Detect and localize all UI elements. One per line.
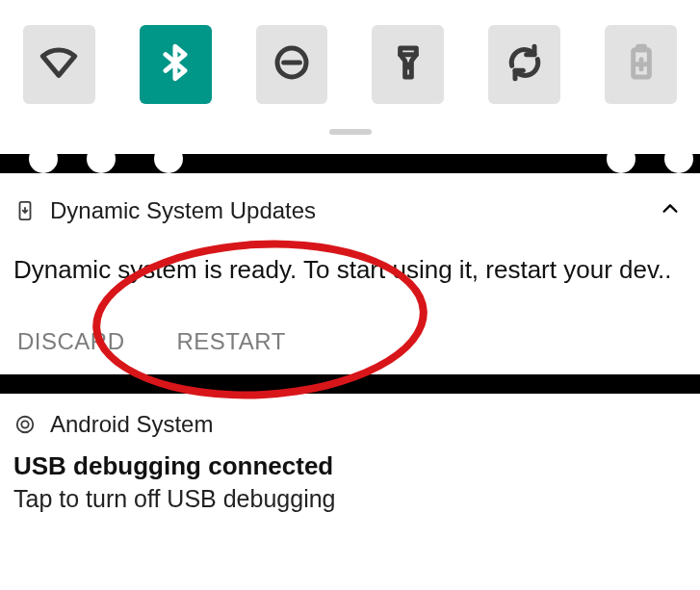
qs-tile-wifi[interactable]: [23, 25, 95, 104]
restart-button[interactable]: RESTART: [177, 328, 286, 355]
notification-usb[interactable]: Android System USB debugging connected T…: [0, 394, 700, 532]
notification-app-name: Dynamic System Updates: [50, 197, 316, 224]
svg-point-9: [17, 416, 34, 432]
qs-tile-battery[interactable]: [605, 25, 677, 104]
qs-tile-autorotate[interactable]: [488, 25, 560, 104]
autorotate-icon: [506, 43, 544, 86]
bluetooth-icon: [156, 43, 194, 86]
qs-tile-dnd[interactable]: [256, 25, 328, 104]
notification-app-name: Android System: [50, 411, 213, 438]
notification-dsu[interactable]: Dynamic System Updates Dynamic system is…: [0, 173, 700, 374]
battery-icon: [622, 43, 661, 86]
notification-subtitle: Tap to turn off USB debugging: [13, 485, 687, 513]
android-system-icon: [13, 413, 37, 436]
notification-title: USB debugging connected: [13, 451, 687, 481]
notification-actions: DISCARD RESTART: [13, 328, 687, 355]
quick-settings-row: [0, 0, 700, 117]
separator: [0, 374, 700, 394]
svg-rect-5: [637, 46, 644, 49]
panel-handle[interactable]: [0, 123, 700, 141]
chevron-up-icon: [660, 198, 681, 223]
svg-point-10: [21, 421, 28, 427]
qs-tile-flashlight[interactable]: [372, 25, 444, 104]
drag-handle-icon: [329, 129, 372, 135]
discard-button[interactable]: DISCARD: [17, 328, 125, 355]
notification-header: Dynamic System Updates: [13, 194, 687, 227]
notification-body: Dynamic system is ready. To start using …: [13, 254, 687, 286]
qs-tile-bluetooth[interactable]: [140, 25, 212, 104]
flashlight-icon: [389, 43, 428, 86]
dnd-icon: [272, 43, 311, 86]
collapse-button[interactable]: [654, 194, 687, 227]
notification-header: Android System: [13, 411, 687, 438]
wifi-icon: [39, 43, 78, 86]
separator: [0, 154, 700, 173]
system-update-icon: [13, 199, 37, 222]
